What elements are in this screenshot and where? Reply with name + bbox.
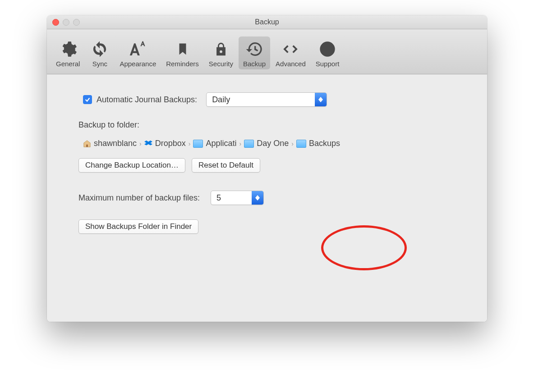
titlebar: Backup <box>47 15 487 29</box>
chevron-right-icon: › <box>189 140 191 147</box>
folder-icon <box>193 140 203 148</box>
bookmark-icon <box>173 39 193 59</box>
auto-backup-row: Automatic Journal Backups: Daily <box>83 92 456 107</box>
breadcrumb-label: Day One <box>257 139 289 148</box>
tab-label: Security <box>209 60 233 68</box>
backup-clock-icon <box>244 39 264 59</box>
tab-label: Reminders <box>166 60 199 68</box>
breadcrumb-folder[interactable]: Day One <box>244 139 289 148</box>
code-icon <box>281 39 300 59</box>
lock-icon <box>211 39 231 59</box>
breadcrumb-label: shawnblanc <box>94 139 137 148</box>
tab-label: Sync <box>92 60 107 68</box>
window-title: Backup <box>255 18 279 26</box>
sync-icon <box>90 39 110 59</box>
home-icon <box>83 140 91 148</box>
max-files-label: Maximum number of backup files: <box>78 193 200 203</box>
folder-buttons-row: Change Backup Location… Reset to Default <box>78 158 456 173</box>
select-value: 5 <box>216 193 221 203</box>
lifebuoy-icon <box>318 39 337 59</box>
gear-icon <box>58 39 78 59</box>
breadcrumb-home[interactable]: shawnblanc <box>83 139 137 148</box>
chevron-right-icon: › <box>139 140 142 147</box>
max-files-select[interactable]: 5 <box>211 191 264 205</box>
tab-advanced[interactable]: Advanced <box>271 36 310 69</box>
tab-label: Appearance <box>120 60 156 68</box>
folder-icon <box>244 140 254 148</box>
reset-default-button[interactable]: Reset to Default <box>192 158 260 173</box>
tab-appearance[interactable]: Appearance <box>115 36 161 69</box>
stepper-icon <box>252 191 263 205</box>
breadcrumb-dropbox[interactable]: Dropbox <box>144 139 186 148</box>
max-files-row: Maximum number of backup files: 5 <box>78 191 456 205</box>
content-area: Automatic Journal Backups: Daily Backup … <box>47 74 487 247</box>
auto-backup-checkbox[interactable] <box>83 95 92 104</box>
select-value: Daily <box>212 95 230 105</box>
close-window-button[interactable] <box>52 19 59 26</box>
breadcrumb-label: Dropbox <box>155 139 186 148</box>
folder-icon <box>296 140 306 148</box>
minimize-window-button[interactable] <box>63 19 69 26</box>
traffic-lights <box>52 19 80 26</box>
backup-frequency-select[interactable]: Daily <box>206 92 327 107</box>
chevron-right-icon: › <box>239 140 242 147</box>
tab-support[interactable]: Support <box>311 36 344 69</box>
dropbox-icon <box>144 140 152 148</box>
breadcrumb-folder[interactable]: Backups <box>296 139 340 148</box>
breadcrumb-label: Backups <box>309 139 340 148</box>
breadcrumb-label: Applicati <box>206 139 236 148</box>
svg-rect-0 <box>86 144 88 146</box>
tab-security[interactable]: Security <box>204 36 238 69</box>
backup-folder-title: Backup to folder: <box>78 120 456 130</box>
tab-sync[interactable]: Sync <box>85 36 114 69</box>
show-in-finder-button[interactable]: Show Backups Folder in Finder <box>78 219 198 234</box>
auto-backup-label: Automatic Journal Backups: <box>97 95 197 105</box>
stepper-icon <box>315 93 327 106</box>
backup-path-breadcrumb[interactable]: shawnblanc › Dropbox › Applicati › Day O… <box>83 139 456 148</box>
tab-general[interactable]: General <box>51 36 84 69</box>
tab-backup[interactable]: Backup <box>239 36 270 69</box>
zoom-window-button[interactable] <box>73 19 80 26</box>
change-location-button[interactable]: Change Backup Location… <box>78 158 185 173</box>
preferences-toolbar: General Sync Appearance Reminders Securi <box>47 29 487 74</box>
preferences-window: Backup General Sync Appearance Reminde <box>47 15 487 322</box>
tab-reminders[interactable]: Reminders <box>161 36 203 69</box>
chevron-right-icon: › <box>291 140 294 147</box>
tab-label: General <box>56 60 80 68</box>
font-icon <box>128 39 148 59</box>
tab-label: Support <box>316 60 340 68</box>
breadcrumb-folder[interactable]: Applicati <box>193 139 236 148</box>
tab-label: Backup <box>243 60 266 68</box>
tab-label: Advanced <box>276 60 306 68</box>
